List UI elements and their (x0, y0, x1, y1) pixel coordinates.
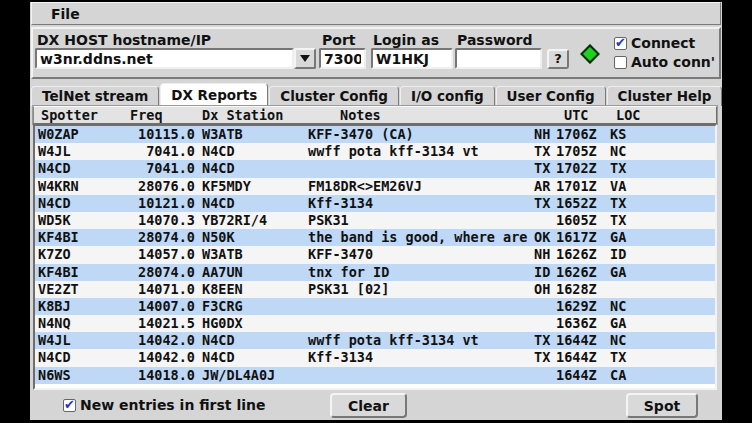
cell-utc: 1702Z (556, 160, 597, 177)
cell-spotter: N4CD (38, 195, 71, 212)
cell-dx: N4CD (202, 160, 235, 177)
column-header-spotter[interactable]: Spotter (41, 108, 98, 123)
table-row[interactable]: W4JL14042.0N4CDwwff pota kff-3134 vtTX16… (35, 332, 715, 349)
cell-freq: 28074.0 (128, 229, 195, 246)
column-header-notes[interactable]: Notes (340, 108, 381, 123)
table-row[interactable]: N4NQ14021.5HG0DX1636ZGA (35, 315, 715, 332)
cell-freq: 14057.0 (128, 246, 195, 263)
column-header-dx-station[interactable]: Dx Station (202, 108, 283, 123)
tab-cluster-help[interactable]: Cluster Help (607, 86, 723, 106)
cell-loc: CA (610, 367, 626, 384)
new-entries-label: New entries in first line (80, 397, 265, 413)
tab-cluster-config[interactable]: Cluster Config (269, 86, 399, 106)
connection-panel: DX HOST hostname/IP Port Login as Passwo… (31, 27, 721, 79)
check-icon: ✔ (64, 397, 75, 412)
table-row[interactable]: N6WS14018.0JW/DL4A0J1644ZCA (35, 367, 715, 384)
cell-dx: N4CD (202, 195, 235, 212)
cell-notes: Kff-3134 (308, 349, 373, 366)
table-row[interactable]: KF4BI28074.0N50Kthe band is good, where … (35, 229, 715, 246)
cell-loc: TX (610, 195, 626, 212)
cell-freq: 7041.0 (128, 143, 195, 160)
cell-freq: 10115.0 (128, 126, 195, 143)
cell-spotter: W4JL (38, 332, 71, 349)
cell-st: TX (534, 195, 550, 212)
password-input[interactable] (455, 48, 542, 69)
column-header-freq[interactable]: Freq (130, 108, 163, 123)
cell-freq: 7041.0 (128, 160, 195, 177)
cell-utc: 1644Z (556, 367, 597, 384)
clear-button[interactable]: Clear (330, 393, 407, 418)
cell-utc: 1644Z (556, 332, 597, 349)
cell-st: OH (534, 281, 550, 298)
cell-freq: 14007.0 (128, 298, 195, 315)
check-icon: ✔ (615, 35, 626, 50)
table-row[interactable]: N4CD14042.0N4CDKff-3134TX1644ZTX (35, 349, 715, 366)
connect-checkbox[interactable]: ✔ (614, 37, 627, 50)
app-window: File DX HOST hostname/IP Port Login as P… (30, 2, 722, 420)
table-row[interactable]: W0ZAP10115.0W3ATBKFF-3470 (CA)NH1706ZKS (35, 126, 715, 143)
cell-loc: TX (610, 160, 626, 177)
cell-dx: F3CRG (202, 298, 243, 315)
cell-notes: tnx for ID (308, 264, 389, 281)
cell-spotter: N4CD (38, 160, 71, 177)
host-dropdown-button[interactable] (294, 48, 316, 69)
cell-utc: 1644Z (556, 349, 597, 366)
table-row[interactable]: N4CD7041.0N4CDTX1702ZTX (35, 160, 715, 177)
cell-freq: 10121.0 (128, 195, 195, 212)
table-row[interactable]: K7ZO14057.0W3ATBKFF-3470NH1626ZID (35, 246, 715, 263)
password-label: Password (457, 32, 532, 48)
help-button[interactable]: ? (547, 49, 569, 69)
cell-notes: Kff-3134 (308, 195, 373, 212)
table-row[interactable]: VE2ZT14071.0K8EENPSK31 [02]OH1628Z (35, 281, 715, 298)
cell-dx: W3ATB (202, 246, 243, 263)
cell-utc: 1701Z (556, 178, 597, 195)
cell-spotter: N4CD (38, 349, 71, 366)
cell-st: NH (534, 246, 550, 263)
cell-dx: N4CD (202, 143, 235, 160)
table-row[interactable]: K8BJ14007.0F3CRG1629ZNC (35, 298, 715, 315)
menu-file[interactable]: File (45, 6, 86, 22)
column-header-loc[interactable]: LOC (616, 108, 640, 123)
cell-loc: ID (610, 246, 626, 263)
cell-loc: TX (610, 349, 626, 366)
cell-utc: 1605Z (556, 212, 597, 229)
tab-user-config[interactable]: User Config (496, 86, 606, 106)
cell-notes: PSK31 [02] (308, 281, 389, 298)
port-input[interactable] (319, 48, 366, 69)
cell-st: TX (534, 160, 550, 177)
cell-utc: 1652Z (556, 195, 597, 212)
new-entries-checkbox[interactable]: ✔ (63, 399, 76, 412)
cell-utc: 1626Z (556, 264, 597, 281)
table-row[interactable]: WD5K14070.3YB72RI/4PSK311605ZTX (35, 212, 715, 229)
cell-loc: TX (610, 212, 626, 229)
table-row[interactable]: W4JL7041.0N4CDwwff pota kff-3134 vtTX170… (35, 143, 715, 160)
auto-connect-checkbox[interactable]: ✔ (614, 56, 627, 69)
tab-telnet-stream[interactable]: TelNet stream (31, 86, 159, 106)
tab-dx-reports[interactable]: DX Reports (160, 83, 268, 106)
table-row[interactable]: W4KRN28076.0KF5MDYFM18DR<>EM26VJAR1701ZV… (35, 178, 715, 195)
cell-freq: 14021.5 (128, 315, 195, 332)
host-input[interactable] (35, 48, 294, 69)
cell-spotter: KF4BI (38, 229, 79, 246)
table-row[interactable]: N4CD10121.0N4CDKff-3134TX1652ZTX (35, 195, 715, 212)
cell-freq: 14070.3 (128, 212, 195, 229)
cell-dx: N4CD (202, 332, 235, 349)
cell-loc: GA (610, 229, 626, 246)
spot-button[interactable]: Spot (626, 393, 698, 418)
tab-i-o-config[interactable]: I/O config (400, 86, 495, 106)
chevron-down-icon (300, 55, 310, 62)
cell-notes: the band is good, where are (308, 229, 527, 246)
cell-notes: PSK31 (308, 212, 349, 229)
connect-label: Connect (631, 35, 695, 51)
cell-dx: HG0DX (202, 315, 243, 332)
cell-spotter: WD5K (38, 212, 71, 229)
login-input[interactable] (371, 48, 453, 69)
cell-spotter: N4NQ (38, 315, 71, 332)
cell-spotter: K7ZO (38, 246, 71, 263)
cell-dx: YB72RI/4 (202, 212, 267, 229)
table-rows: W0ZAP10115.0W3ATBKFF-3470 (CA)NH1706ZKSW… (33, 124, 717, 390)
column-header-utc[interactable]: UTC (564, 108, 588, 123)
table-row[interactable]: KF4BI28074.0AA7UNtnx for IDID1626ZGA (35, 264, 715, 281)
cell-dx: AA7UN (202, 264, 243, 281)
cell-freq: 28074.0 (128, 264, 195, 281)
